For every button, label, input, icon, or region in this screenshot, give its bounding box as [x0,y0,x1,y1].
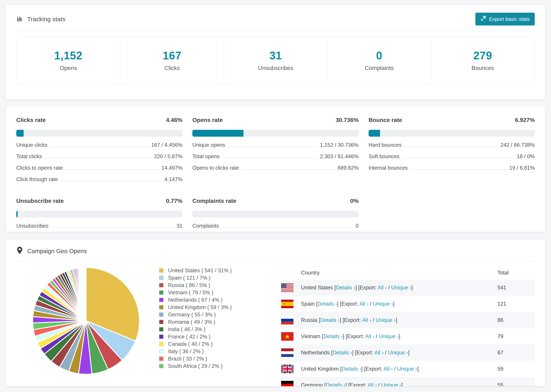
rate-detail-label: Hard bounces [369,142,402,148]
legend-swatch [159,268,164,273]
table-row-nl: Netherlands [Details ›] [Export: All › /… [281,344,535,361]
legend-swatch [159,364,164,368]
export-all-link[interactable]: All › [359,301,368,307]
geo-pie-chart [31,266,141,376]
campaign-geo-opens-title: Campaign Geo Opens [27,248,87,254]
stat-cell-clicks: 167Clicks [120,37,224,84]
details-link[interactable]: Details › [336,285,355,291]
country-name: United Kingdom [301,366,340,372]
rate-progress-track [16,130,182,137]
country-cell: Netherlands [Details ›] [Export: All › /… [281,348,497,357]
tracking-stats-title: Tracking stats [16,15,65,23]
export-all-link[interactable]: All › [383,366,393,372]
export-unique-link[interactable]: Unique › [373,301,393,307]
country-name: Netherlands [301,350,331,356]
rate-detail-value: 689.82% [338,165,359,171]
legend-label: Russia ( 86 / 5% ) [168,282,210,288]
details-link[interactable]: Details › [332,350,352,356]
rates-card: Clicks rate4.46%Unique clicks167 / 4.456… [6,106,545,232]
bracket: ] [399,333,400,339]
country-links: Vietnam [Details ›] [Export: All › / Uni… [301,333,400,339]
export-unique-link[interactable]: Unique › [381,382,401,386]
details-link[interactable]: Details › [342,366,361,372]
legend-label: France ( 42 / 2% ) [168,334,211,340]
stat-label: Unsubscribes [224,65,327,71]
country-cell: United States [Details ›] [Export: All ›… [281,283,497,292]
legend-label: Italy ( 36 / 2% ) [168,348,204,355]
export-unique-link[interactable]: Unique › [388,350,408,356]
export-all-link[interactable]: All › [362,317,371,323]
country-links: Netherlands [Details ›] [Export: All › /… [301,350,410,356]
rate-value: 6.927% [515,117,535,123]
legend-swatch [159,320,164,324]
export-all-link[interactable]: All › [374,350,383,356]
legend-item-france: France ( 42 / 2% ) [159,333,255,340]
legend-label: Netherlands ( 67 / 4% ) [168,297,223,303]
country-links: United States [Details ›] [Export: All ›… [301,285,413,291]
export-all-link[interactable]: All › [367,382,377,386]
bracket: [ [340,366,342,372]
bracket: [ [324,382,326,386]
legend-swatch [159,342,164,346]
export-basic-stats-button[interactable]: Export basic stats [475,13,535,26]
bracket: ] [Export: [361,366,384,372]
country-cell: Vietnam [Details ›] [Export: All › / Uni… [281,332,497,341]
dotted-leader [410,169,507,170]
dotted-leader [61,181,162,181]
tracking-stats-header: Tracking stats Export basic stats [16,5,535,31]
details-link[interactable]: Details › [323,333,343,339]
rate-block-opens-rate: Opens rate30.736%Unique opens1,152 / 30.… [192,117,359,182]
bracket: ] [417,366,419,372]
rate-detail-row: Clicks to opens rate14.497% [16,165,182,171]
legend-label: Vietnam ( 79 / 5% ) [168,290,213,296]
rate-detail-value: 2,303 / 61.446% [320,154,359,160]
rate-detail-row: Total opens2,303 / 61.446% [192,154,359,160]
export-unique-link[interactable]: Unique › [379,333,399,339]
geo-table-header-total: Total [497,270,535,276]
slash: / [383,350,388,356]
dotted-leader [65,169,159,170]
details-link[interactable]: Details › [326,382,345,386]
legend-swatch [159,283,164,287]
slash: / [393,366,397,372]
rate-head: Opens rate30.736% [192,117,359,123]
rate-title: Bounce rate [369,117,402,123]
tracking-stats-card: Tracking stats Export basic stats 1,152O… [6,5,545,100]
export-unique-link[interactable]: Unique › [376,317,396,323]
details-link[interactable]: Details › [318,301,337,307]
country-name: Russia [301,317,319,323]
legend-item-brazil: Brazil ( 33 / 2% ) [159,355,255,362]
rate-detail-label: Unique opens [192,142,225,148]
country-links: Germany [Details ›] [Export: All › / Uni… [301,382,403,386]
dotted-leader [222,227,353,228]
stat-cell-unsubscribes: 31Unsubscribes [224,37,327,84]
legend-item-india: India ( 46 / 3% ) [159,326,255,333]
bracket: ] [396,317,397,323]
legend-label: United States ( 541 / 31% ) [168,267,232,274]
legend-label: Germany ( 55 / 3% ) [168,312,216,318]
rate-detail-value: 18 / 0% [517,154,535,160]
rate-title: Unsubscribe rate [16,197,64,204]
rate-head: Unsubscribe rate0.77% [16,197,182,204]
details-link[interactable]: Details › [320,317,340,323]
legend-swatch [159,357,164,361]
rate-head: Complaints rate0% [192,197,359,204]
slash: / [371,317,376,323]
map-pin-icon [16,246,23,256]
country-name: Germany [301,382,324,386]
export-all-link[interactable]: All › [365,333,374,339]
export-all-link[interactable]: All › [378,285,387,291]
rate-detail-row: Internal bounces19 / 6.81% [369,165,535,171]
rate-detail-value: 220 / 5.87% [154,154,182,160]
export-unique-link[interactable]: Unique › [391,285,411,291]
rate-detail-value: 4.147% [164,176,182,182]
legend-label: Romania ( 49 / 3% ) [168,319,215,325]
dotted-leader [50,147,148,147]
rate-title: Clicks rate [16,117,46,123]
rate-head: Bounce rate6.927% [369,117,535,123]
export-unique-link[interactable]: Unique › [397,366,417,372]
legend-label: Brazil ( 33 / 2% ) [168,356,207,362]
tracking-stats-title-text: Tracking stats [27,16,65,23]
bracket: ] [Export: [340,317,362,323]
rate-detail-label: Total opens [192,154,219,160]
